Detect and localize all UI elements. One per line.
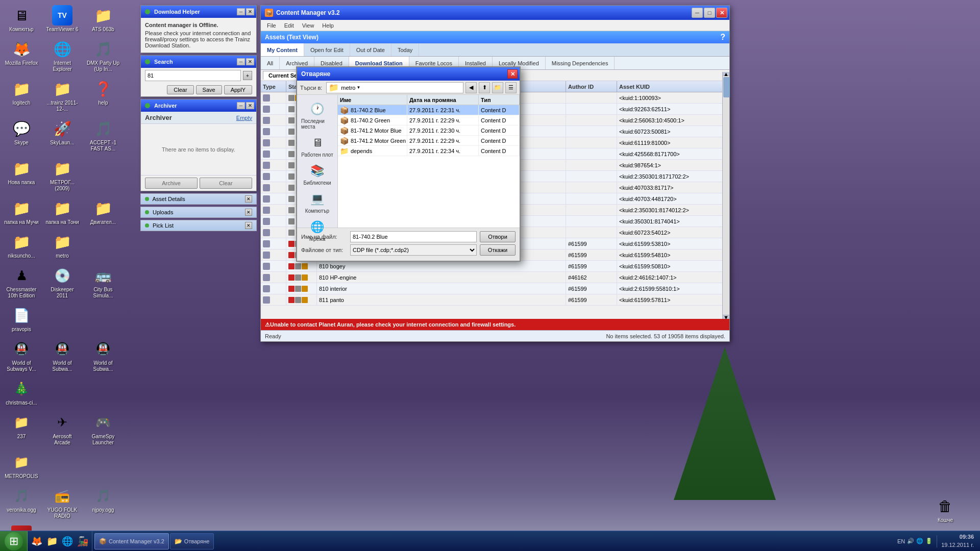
start-button[interactable]: ⊞	[0, 531, 28, 552]
scroll-down-btn[interactable]: ▼	[723, 315, 729, 319]
vertical-scrollbar[interactable]: ▲ ▼	[722, 72, 729, 319]
dialog-filename-input[interactable]	[350, 231, 477, 242]
icon-citybus[interactable]: 🚌 City Bus Simula...	[84, 263, 122, 301]
dialog-back-btn[interactable]: ◀	[465, 82, 477, 93]
icon-trainz[interactable]: 📁 ...trainz 2011-12-...	[43, 77, 82, 114]
icon-metro[interactable]: 📁 metro	[43, 230, 82, 261]
icon-237[interactable]: 📁 237	[2, 410, 41, 448]
table-row[interactable]: 810 bogey #61599 <kuid:61599:50810>	[261, 261, 729, 272]
archiver-empty-link[interactable]: Empty	[236, 115, 252, 121]
icon-papka-toni[interactable]: 📁 папка на Тони	[43, 196, 82, 228]
dialog-file-row[interactable]: 📦 81-740.2 Green 27.9.2011 г. 22:29 ч. C…	[338, 115, 520, 126]
dialog-open-btn[interactable]: Отвори	[480, 231, 516, 242]
th-type[interactable]: Type	[261, 81, 286, 92]
cm-maximize-btn[interactable]: □	[704, 8, 715, 18]
icon-metropolis[interactable]: 📁 METROPOLIS	[2, 450, 41, 482]
pick-list-section[interactable]: Pick List ✕	[140, 220, 257, 231]
menu-view[interactable]: View	[298, 21, 318, 30]
icon-christmas[interactable]: 🎄 christmas-ci...	[2, 377, 41, 408]
icon-diskeeper[interactable]: 💿 Diskeeper 2011	[43, 263, 82, 301]
archiver-minimize[interactable]: ─	[237, 102, 245, 109]
icon-logitech[interactable]: 📁 logitech	[2, 77, 41, 114]
scroll-thumb[interactable]	[723, 77, 730, 97]
search-minimize[interactable]: ─	[237, 58, 245, 65]
dialog-recent-places[interactable]: 🕐 Последни места	[299, 99, 335, 132]
tab-missing-deps[interactable]: Missing Dependencies	[546, 57, 615, 69]
cm-close-btn[interactable]: ✕	[716, 8, 727, 18]
dialog-computer[interactable]: 💻 Компютър	[299, 189, 335, 216]
search-input[interactable]	[145, 70, 241, 81]
archiver-close[interactable]: ✕	[246, 102, 254, 109]
th-kuid[interactable]: Asset KUID	[617, 81, 729, 92]
dialog-filetype-select[interactable]: CDP file (*.cdp;*.cdp2)	[350, 244, 477, 256]
quicklaunch-explorer[interactable]: 📁	[45, 534, 59, 548]
quicklaunch-firefox[interactable]: 🦊	[30, 534, 44, 548]
scroll-up-btn[interactable]: ▲	[723, 72, 729, 76]
icon-skype[interactable]: 💬 Skype	[2, 116, 41, 154]
icon-help[interactable]: ❓ help	[84, 77, 122, 114]
icon-nova-papka[interactable]: 📁 Нова папка	[2, 156, 41, 194]
table-row[interactable]: 810 HP-engine #46162 <kuid:2:46162:1407:…	[261, 272, 729, 283]
dialog-network[interactable]: 🌐 Мрежа	[299, 217, 335, 244]
icon-kompyutar[interactable]: 🖥 Компютър	[2, 3, 41, 35]
archiver-clear-btn[interactable]: Clear	[200, 178, 252, 189]
icon-papka-muchi[interactable]: 📁 папка на Мучи	[2, 196, 41, 228]
dialog-view-btn[interactable]: ☰	[505, 82, 517, 93]
dialog-desktop[interactable]: 🖥 Работен плот	[299, 133, 335, 160]
search-save-btn[interactable]: Save	[196, 85, 222, 94]
search-apply-btn[interactable]: ApplY	[224, 85, 252, 94]
icon-accept[interactable]: 🎵 ACCEPT -1 FAST AS...	[84, 116, 122, 154]
icon-teamviewer[interactable]: TV TeamViewer 6	[43, 3, 82, 35]
icon-world-subways-3[interactable]: 🚇 World of Subwa...	[84, 337, 122, 374]
icon-pravopis[interactable]: 📄 pravopis	[2, 303, 41, 335]
icon-skylaun[interactable]: 🚀 SkyLaun...	[43, 116, 82, 154]
tab-out-of-date[interactable]: Out of Date	[350, 43, 391, 56]
icon-mozilla[interactable]: 🦊 Mozilla Firefox	[2, 37, 41, 74]
th-author[interactable]: Author ID	[566, 81, 617, 92]
icon-gamespy[interactable]: 🎮 GameSpy Launcher	[84, 410, 122, 448]
search-plus-btn[interactable]: +	[243, 71, 252, 80]
pick-list-close[interactable]: ✕	[245, 222, 252, 229]
dialog-file-row[interactable]: 📁 depends 27.9.2011 г. 22:34 ч. Content …	[338, 146, 520, 156]
search-close[interactable]: ✕	[246, 58, 254, 65]
menu-help[interactable]: Help	[318, 21, 338, 30]
tab-open-for-edit[interactable]: Open for Edit	[304, 43, 350, 56]
icon-aerosoft[interactable]: ✈ Aerosoft Arcade	[43, 410, 82, 448]
dialog-new-folder-btn[interactable]: 📁	[492, 82, 503, 93]
menu-file[interactable]: File	[263, 21, 280, 30]
icon-world-subways-1[interactable]: 🚇 World of Subways V...	[2, 337, 41, 374]
icon-dvigatel[interactable]: 📁 Двигател...	[84, 196, 122, 228]
download-helper-close[interactable]: ✕	[246, 8, 254, 15]
icon-veronika[interactable]: 🎵 veronika.ogg	[2, 484, 41, 521]
dialog-cancel-btn[interactable]: Откажи	[480, 244, 516, 256]
taskbar-dialog-btn[interactable]: 📂 Отваряне	[170, 533, 214, 549]
icon-niksuncho[interactable]: 📁 niksuncho...	[2, 230, 41, 261]
dialog-up-btn[interactable]: ⬆	[479, 82, 490, 93]
table-row[interactable]: 811 panto #61599 <kuid:61599:57811>	[261, 294, 729, 306]
quicklaunch-ie[interactable]: 🌐	[60, 534, 75, 548]
icon-ie[interactable]: 🌐 Internet Explorer	[43, 37, 82, 74]
search-clear-btn[interactable]: Clear	[167, 85, 193, 94]
taskbar-cm-btn[interactable]: 📦 Content Manager v3.2	[94, 533, 169, 549]
dialog-file-row[interactable]: 📦 81-741.2 Motor Blue 27.9.2011 г. 22:30…	[338, 126, 520, 136]
icon-metrop[interactable]: 📁 МЕТРОГ...(2009)	[43, 156, 82, 194]
icon-yugofolk[interactable]: 📻 YUGO FOLK RADIO	[43, 484, 82, 521]
tab-all[interactable]: All	[261, 57, 280, 69]
asset-details-close[interactable]: ✕	[245, 195, 252, 203]
icon-njpoy[interactable]: 🎵 njpoy.ogg	[84, 484, 122, 521]
dialog-file-row[interactable]: 📦 81-740.2 Blue 27.9.2011 г. 22:31 ч. Co…	[338, 105, 520, 115]
dialog-libraries[interactable]: 📚 Библиотеки	[299, 161, 335, 188]
table-row[interactable]: 810 interior #61599 <kuid:2:61599:55810:…	[261, 283, 729, 294]
taskbar-clock[interactable]: 09:36 19.12.2011 г.	[941, 533, 974, 549]
icon-chessmaster[interactable]: ♟ Chessmaster 10th Edition	[2, 263, 41, 301]
dialog-close-btn[interactable]: ✕	[507, 69, 518, 79]
icon-ats063b[interactable]: 📁 ATS 063b	[84, 3, 122, 35]
asset-details-section[interactable]: Asset Details ✕	[140, 193, 257, 205]
icon-world-subways-2[interactable]: 🚇 World of Subwa...	[43, 337, 82, 374]
uploads-section[interactable]: Uploads ✕	[140, 207, 257, 218]
download-helper-minimize[interactable]: ─	[237, 8, 245, 15]
icon-trash[interactable]: 🗑 Кошче	[926, 494, 965, 525]
icon-dmx[interactable]: 🎵 DMX Party Up (Up In...	[84, 37, 122, 74]
quicklaunch-trainz[interactable]: 🚂	[76, 534, 90, 548]
uploads-close[interactable]: ✕	[245, 209, 252, 216]
